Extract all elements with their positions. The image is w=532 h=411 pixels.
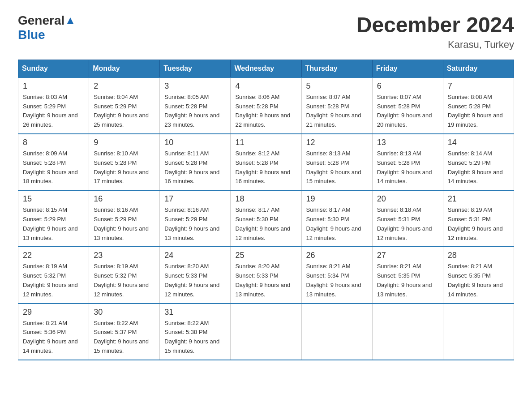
calendar-cell: 2 Sunrise: 8:04 AMSunset: 5:29 PMDayligh…	[89, 77, 160, 134]
day-info: Sunrise: 8:09 AMSunset: 5:28 PMDaylight:…	[23, 150, 78, 184]
calendar-cell: 11 Sunrise: 8:12 AMSunset: 5:28 PMDaylig…	[231, 134, 301, 190]
day-number: 18	[235, 194, 296, 204]
calendar-cell: 29 Sunrise: 8:21 AMSunset: 5:36 PMDaylig…	[18, 304, 89, 360]
calendar-cell	[443, 304, 514, 360]
day-number: 20	[377, 194, 438, 204]
day-number: 24	[164, 251, 226, 260]
calendar-week-row: 1 Sunrise: 8:03 AMSunset: 5:29 PMDayligh…	[18, 77, 514, 134]
day-number: 23	[94, 251, 155, 260]
calendar-cell: 12 Sunrise: 8:13 AMSunset: 5:28 PMDaylig…	[301, 134, 372, 190]
column-header-friday: Friday	[372, 60, 443, 77]
logo-triangle-icon	[65, 16, 75, 26]
calendar-cell: 1 Sunrise: 8:03 AMSunset: 5:29 PMDayligh…	[18, 77, 89, 134]
day-info: Sunrise: 8:19 AMSunset: 5:32 PMDaylight:…	[23, 263, 78, 297]
calendar-cell: 3 Sunrise: 8:05 AMSunset: 5:28 PMDayligh…	[160, 77, 231, 134]
day-info: Sunrise: 8:21 AMSunset: 5:36 PMDaylight:…	[23, 320, 78, 354]
calendar-cell: 6 Sunrise: 8:07 AMSunset: 5:28 PMDayligh…	[372, 77, 443, 134]
column-header-monday: Monday	[89, 60, 160, 77]
day-number: 5	[306, 81, 368, 91]
day-info: Sunrise: 8:13 AMSunset: 5:28 PMDaylight:…	[306, 150, 361, 184]
calendar-cell: 22 Sunrise: 8:19 AMSunset: 5:32 PMDaylig…	[18, 247, 89, 303]
calendar-week-row: 8 Sunrise: 8:09 AMSunset: 5:28 PMDayligh…	[18, 134, 514, 190]
calendar-title: December 2024	[356, 13, 514, 37]
day-number: 12	[306, 138, 368, 147]
day-info: Sunrise: 8:11 AMSunset: 5:28 PMDaylight:…	[164, 150, 219, 184]
day-number: 6	[377, 81, 438, 91]
day-number: 19	[306, 194, 368, 204]
day-info: Sunrise: 8:05 AMSunset: 5:28 PMDaylight:…	[164, 94, 219, 128]
calendar-week-row: 22 Sunrise: 8:19 AMSunset: 5:32 PMDaylig…	[18, 247, 514, 303]
day-info: Sunrise: 8:10 AMSunset: 5:28 PMDaylight:…	[94, 150, 149, 184]
day-info: Sunrise: 8:18 AMSunset: 5:31 PMDaylight:…	[377, 206, 432, 241]
day-info: Sunrise: 8:17 AMSunset: 5:30 PMDaylight:…	[235, 206, 290, 241]
calendar-table: SundayMondayTuesdayWednesdayThursdayFrid…	[18, 60, 514, 360]
day-info: Sunrise: 8:12 AMSunset: 5:28 PMDaylight:…	[235, 150, 290, 184]
day-info: Sunrise: 8:17 AMSunset: 5:30 PMDaylight:…	[306, 206, 361, 241]
day-number: 25	[235, 251, 296, 260]
calendar-cell	[301, 304, 372, 360]
day-number: 8	[23, 138, 84, 147]
calendar-subtitle: Karasu, Turkey	[356, 39, 514, 51]
day-info: Sunrise: 8:15 AMSunset: 5:29 PMDaylight:…	[23, 206, 78, 241]
day-number: 27	[377, 251, 438, 260]
calendar-cell: 28 Sunrise: 8:21 AMSunset: 5:35 PMDaylig…	[443, 247, 514, 303]
day-number: 26	[306, 251, 368, 260]
calendar-cell: 20 Sunrise: 8:18 AMSunset: 5:31 PMDaylig…	[372, 190, 443, 247]
calendar-cell: 30 Sunrise: 8:22 AMSunset: 5:37 PMDaylig…	[89, 304, 160, 360]
column-header-saturday: Saturday	[443, 60, 514, 77]
day-info: Sunrise: 8:20 AMSunset: 5:33 PMDaylight:…	[164, 263, 219, 297]
calendar-cell: 18 Sunrise: 8:17 AMSunset: 5:30 PMDaylig…	[231, 190, 301, 247]
calendar-cell: 5 Sunrise: 8:07 AMSunset: 5:28 PMDayligh…	[301, 77, 372, 134]
calendar-cell	[231, 304, 301, 360]
day-number: 22	[23, 251, 84, 260]
column-header-thursday: Thursday	[301, 60, 372, 77]
calendar-cell: 31 Sunrise: 8:22 AMSunset: 5:38 PMDaylig…	[160, 304, 231, 360]
calendar-cell: 15 Sunrise: 8:15 AMSunset: 5:29 PMDaylig…	[18, 190, 89, 247]
calendar-cell: 26 Sunrise: 8:21 AMSunset: 5:34 PMDaylig…	[301, 247, 372, 303]
day-number: 9	[94, 138, 155, 147]
day-info: Sunrise: 8:03 AMSunset: 5:29 PMDaylight:…	[23, 94, 78, 128]
calendar-cell: 23 Sunrise: 8:19 AMSunset: 5:32 PMDaylig…	[89, 247, 160, 303]
calendar-cell: 24 Sunrise: 8:20 AMSunset: 5:33 PMDaylig…	[160, 247, 231, 303]
calendar-week-row: 29 Sunrise: 8:21 AMSunset: 5:36 PMDaylig…	[18, 304, 514, 360]
day-info: Sunrise: 8:21 AMSunset: 5:35 PMDaylight:…	[377, 263, 432, 297]
calendar-cell: 13 Sunrise: 8:13 AMSunset: 5:28 PMDaylig…	[372, 134, 443, 190]
calendar-week-row: 15 Sunrise: 8:15 AMSunset: 5:29 PMDaylig…	[18, 190, 514, 247]
calendar-cell: 25 Sunrise: 8:20 AMSunset: 5:33 PMDaylig…	[231, 247, 301, 303]
day-number: 30	[94, 308, 155, 317]
day-info: Sunrise: 8:04 AMSunset: 5:29 PMDaylight:…	[94, 94, 149, 128]
day-number: 13	[377, 138, 438, 147]
day-info: Sunrise: 8:19 AMSunset: 5:31 PMDaylight:…	[448, 206, 503, 241]
page-header: General Blue December 2024 Karasu, Turke…	[18, 13, 514, 51]
day-number: 28	[448, 251, 509, 260]
header-row: SundayMondayTuesdayWednesdayThursdayFrid…	[18, 60, 514, 77]
calendar-cell: 16 Sunrise: 8:16 AMSunset: 5:29 PMDaylig…	[89, 190, 160, 247]
day-info: Sunrise: 8:22 AMSunset: 5:37 PMDaylight:…	[94, 320, 149, 354]
day-number: 14	[448, 138, 509, 147]
calendar-cell: 21 Sunrise: 8:19 AMSunset: 5:31 PMDaylig…	[443, 190, 514, 247]
day-info: Sunrise: 8:14 AMSunset: 5:29 PMDaylight:…	[448, 150, 503, 184]
day-number: 4	[235, 81, 296, 91]
logo: General Blue	[18, 13, 75, 42]
day-number: 29	[23, 308, 84, 317]
day-number: 11	[235, 138, 296, 147]
day-info: Sunrise: 8:06 AMSunset: 5:28 PMDaylight:…	[235, 94, 290, 128]
calendar-cell: 19 Sunrise: 8:17 AMSunset: 5:30 PMDaylig…	[301, 190, 372, 247]
calendar-body: 1 Sunrise: 8:03 AMSunset: 5:29 PMDayligh…	[18, 77, 514, 360]
column-header-tuesday: Tuesday	[160, 60, 231, 77]
calendar-cell: 4 Sunrise: 8:06 AMSunset: 5:28 PMDayligh…	[231, 77, 301, 134]
svg-marker-0	[67, 17, 73, 24]
day-number: 16	[94, 194, 155, 204]
day-info: Sunrise: 8:13 AMSunset: 5:28 PMDaylight:…	[377, 150, 432, 184]
day-number: 7	[448, 81, 509, 91]
day-info: Sunrise: 8:16 AMSunset: 5:29 PMDaylight:…	[164, 206, 219, 241]
day-info: Sunrise: 8:21 AMSunset: 5:35 PMDaylight:…	[448, 263, 503, 297]
day-number: 31	[164, 308, 226, 317]
day-number: 2	[94, 81, 155, 91]
day-number: 3	[164, 81, 226, 91]
calendar-cell: 10 Sunrise: 8:11 AMSunset: 5:28 PMDaylig…	[160, 134, 231, 190]
day-number: 10	[164, 138, 226, 147]
calendar-cell: 17 Sunrise: 8:16 AMSunset: 5:29 PMDaylig…	[160, 190, 231, 247]
day-info: Sunrise: 8:22 AMSunset: 5:38 PMDaylight:…	[164, 320, 219, 354]
day-number: 1	[23, 81, 84, 91]
